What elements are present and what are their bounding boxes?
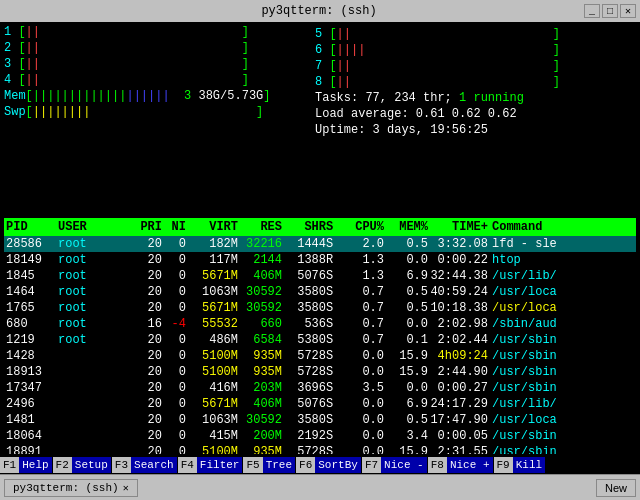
fn-key-bar: F1HelpF2SetupF3SearchF4FilterF5TreeF6Sor…	[0, 456, 640, 474]
fn-key-f7[interactable]: F7	[362, 457, 381, 473]
proc-mem: 0.5	[384, 300, 428, 316]
table-row[interactable]: 680 root 16 -4 55532 660 536 S 0.7 0.0 2…	[4, 316, 636, 332]
proc-pid: 18913	[6, 364, 58, 380]
proc-res: 2144	[238, 252, 282, 268]
proc-res: 30592	[238, 300, 282, 316]
fn-key-f8[interactable]: F8	[428, 457, 447, 473]
proc-res: 935M	[238, 348, 282, 364]
proc-time: 40:59.24	[428, 284, 488, 300]
proc-virt: 5100M	[186, 348, 238, 364]
proc-cmd: /usr/sbin	[488, 332, 634, 348]
proc-user	[58, 428, 130, 444]
terminal: 1 [|| ] 2 [|| ] 3 [|| ] 4 [||	[0, 22, 640, 456]
proc-ni: 0	[162, 364, 186, 380]
proc-time: 0:00.05	[428, 428, 488, 444]
proc-pid: 680	[6, 316, 58, 332]
proc-cpu: 0.7	[340, 300, 384, 316]
maximize-button[interactable]: □	[602, 4, 618, 18]
table-row[interactable]: 18064 20 0 415M 200M 2192 S 0.0 3.4 0:00…	[4, 428, 636, 444]
proc-pri: 20	[130, 428, 162, 444]
proc-shr: 3580	[282, 284, 326, 300]
fn-key-f2[interactable]: F2	[53, 457, 72, 473]
proc-pri: 20	[130, 380, 162, 396]
proc-state: S	[326, 300, 340, 316]
proc-pid: 1481	[6, 412, 58, 428]
proc-virt: 5100M	[186, 364, 238, 380]
fn-key-f9[interactable]: F9	[494, 457, 513, 473]
proc-user	[58, 380, 130, 396]
proc-time: 2:02.44	[428, 332, 488, 348]
fn-label-search: Search	[131, 457, 177, 473]
proc-state: S	[326, 412, 340, 428]
proc-shr: 3580	[282, 300, 326, 316]
proc-ni: 0	[162, 428, 186, 444]
minimize-button[interactable]: _	[584, 4, 600, 18]
proc-shr: 5076	[282, 268, 326, 284]
proc-pri: 20	[130, 268, 162, 284]
proc-ni: 0	[162, 412, 186, 428]
new-button[interactable]: New	[596, 479, 636, 497]
proc-user: root	[58, 300, 130, 316]
proc-mem: 6.9	[384, 396, 428, 412]
proc-state: R	[326, 252, 340, 268]
proc-cmd: /sbin/aud	[488, 316, 634, 332]
table-row[interactable]: 1464 root 20 0 1063M 30592 3580 S 0.7 0.…	[4, 284, 636, 300]
proc-state: S	[326, 236, 340, 252]
metrics-section: 1 [|| ] 2 [|| ] 3 [|| ] 4 [||	[4, 24, 636, 120]
proc-pid: 2496	[6, 396, 58, 412]
proc-state: S	[326, 444, 340, 454]
proc-user	[58, 348, 130, 364]
fn-key-f5[interactable]: F5	[243, 457, 262, 473]
proc-pid: 28586	[6, 236, 58, 252]
proc-res: 935M	[238, 444, 282, 454]
table-row[interactable]: 2496 20 0 5671M 406M 5076 S 0.0 6.9 24:1…	[4, 396, 636, 412]
proc-time: 2:02.98	[428, 316, 488, 332]
proc-time: 10:18.38	[428, 300, 488, 316]
table-row[interactable]: 18149 root 20 0 117M 2144 1388 R 1.3 0.0…	[4, 252, 636, 268]
proc-state: S	[326, 316, 340, 332]
table-row[interactable]: 1219 root 20 0 486M 6584 5380 S 0.7 0.1 …	[4, 332, 636, 348]
table-row[interactable]: 18891 20 0 5100M 935M 5728 S 0.0 15.9 2:…	[4, 444, 636, 454]
cpu-bar-4: 4 [|| ]	[4, 72, 314, 88]
fn-label-help: Help	[19, 457, 51, 473]
fn-key-f1[interactable]: F1	[0, 457, 19, 473]
table-row[interactable]: 1481 20 0 1063M 30592 3580 S 0.0 0.5 17:…	[4, 412, 636, 428]
proc-user	[58, 444, 130, 454]
proc-ni: 0	[162, 268, 186, 284]
close-button[interactable]: ✕	[620, 4, 636, 18]
table-row[interactable]: 1845 root 20 0 5671M 406M 5076 S 1.3 6.9…	[4, 268, 636, 284]
proc-shr: 1444	[282, 236, 326, 252]
load-line: Load average: 0.61 0.62 0.62	[315, 106, 560, 122]
table-row[interactable]: 18913 20 0 5100M 935M 5728 S 0.0 15.9 2:…	[4, 364, 636, 380]
proc-res: 660	[238, 316, 282, 332]
taskbar-tab-close[interactable]: ✕	[123, 482, 129, 494]
fn-key-f4[interactable]: F4	[178, 457, 197, 473]
fn-key-f3[interactable]: F3	[112, 457, 131, 473]
cpu-bars-right: 5 [|| ] 6 [|||| ] 7 [|| ] 8 [||	[315, 26, 560, 138]
table-row[interactable]: 1428 20 0 5100M 935M 5728 S 0.0 15.9 4h0…	[4, 348, 636, 364]
proc-res: 406M	[238, 268, 282, 284]
fn-key-f6[interactable]: F6	[296, 457, 315, 473]
proc-cpu: 1.3	[340, 268, 384, 284]
taskbar-tab[interactable]: py3qtterm: (ssh) ✕	[4, 479, 138, 497]
proc-mem: 15.9	[384, 364, 428, 380]
table-row[interactable]: 1765 root 20 0 5671M 30592 3580 S 0.7 0.…	[4, 300, 636, 316]
fn-label-nice +: Nice +	[447, 457, 493, 473]
proc-pri: 20	[130, 252, 162, 268]
taskbar-tab-label: py3qtterm: (ssh)	[13, 482, 119, 494]
proc-shr: 2192	[282, 428, 326, 444]
header-s: S	[326, 218, 340, 236]
proc-pid: 18064	[6, 428, 58, 444]
proc-virt: 1063M	[186, 412, 238, 428]
proc-shr: 5728	[282, 444, 326, 454]
proc-virt: 55532	[186, 316, 238, 332]
table-row[interactable]: 28586 root 20 0 182M 32216 1444 S 2.0 0.…	[4, 236, 636, 252]
proc-pri: 20	[130, 300, 162, 316]
proc-ni: 0	[162, 300, 186, 316]
proc-res: 935M	[238, 364, 282, 380]
proc-ni: 0	[162, 332, 186, 348]
table-row[interactable]: 17347 20 0 416M 203M 3696 S 3.5 0.0 0:00…	[4, 380, 636, 396]
proc-mem: 0.0	[384, 252, 428, 268]
cpu-bar-3: 3 [|| ]	[4, 56, 314, 72]
proc-ni: 0	[162, 236, 186, 252]
